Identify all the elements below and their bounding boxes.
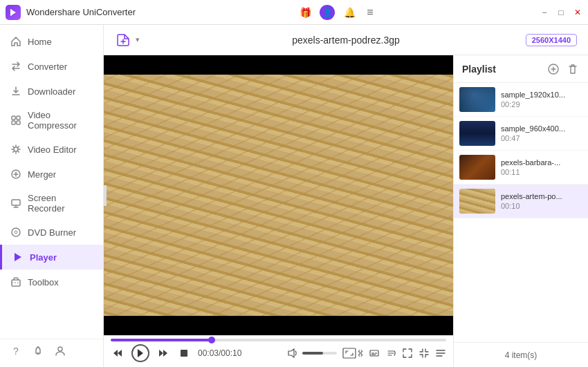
- video-editor-icon: [10, 143, 22, 156]
- playlist-thumb-1: [459, 87, 495, 112]
- video-black-bottom: [104, 316, 453, 335]
- controls-bar: 00:03/00:10: [104, 335, 453, 367]
- volume-fill: [302, 352, 323, 355]
- playlist-item-info-4: pexels-artem-po... 00:10: [501, 192, 582, 210]
- volume-slider[interactable]: [302, 352, 337, 355]
- sidebar-bottom: ?: [0, 339, 103, 363]
- playlist-item-info-3: pexels-barbara-... 00:11: [501, 158, 582, 176]
- sidebar-label-toolbox: Toolbox: [28, 277, 59, 288]
- user-icon[interactable]: [54, 345, 66, 357]
- sidebar-item-dvd-burner[interactable]: DVD Burner: [0, 220, 103, 245]
- help-icon[interactable]: ?: [10, 345, 22, 357]
- sidebar-item-video-compressor[interactable]: Video Compressor: [0, 104, 103, 137]
- collapse-playlist-button[interactable]: ‹: [104, 185, 107, 206]
- video-wrapper: ‹: [104, 55, 453, 367]
- svg-rect-2: [12, 116, 15, 120]
- video-thumbnail: [104, 55, 453, 335]
- titlebar-center-icons: 🎁 👤 🔔 ≡: [299, 5, 376, 20]
- fullscreen-icon[interactable]: [402, 348, 413, 359]
- fast-forward-button[interactable]: [156, 346, 170, 360]
- window-controls: − □ ✕: [540, 8, 582, 17]
- svg-marker-11: [15, 253, 21, 261]
- playlist-thumb-2: [459, 121, 495, 146]
- resolution-badge: 2560X1440: [526, 34, 577, 46]
- dropdown-arrow-icon[interactable]: ▾: [136, 35, 140, 44]
- sidebar-label-converter: Converter: [28, 62, 67, 72]
- progress-fill: [111, 339, 212, 341]
- svg-marker-21: [288, 349, 294, 357]
- sidebar-label-player: Player: [30, 252, 57, 263]
- svg-rect-8: [12, 200, 20, 205]
- svg-point-9: [12, 228, 20, 236]
- bell-icon[interactable]: 🔔: [343, 6, 356, 19]
- downloader-icon: [10, 85, 22, 97]
- subtitles-icon[interactable]: [369, 348, 380, 359]
- sidebar-label-video-compressor: Video Compressor: [28, 110, 93, 131]
- sidebar-item-home[interactable]: Home: [0, 29, 103, 54]
- dvd-burner-icon: [10, 226, 22, 238]
- controls-row: 00:03/00:10: [111, 344, 446, 362]
- playlist-add-button[interactable]: [546, 62, 560, 76]
- profile-icon[interactable]: 👤: [320, 5, 335, 20]
- playlist-item-active[interactable]: pexels-artem-po... 00:10: [454, 185, 588, 218]
- svg-marker-19: [163, 350, 167, 357]
- progress-thumb: [208, 337, 215, 344]
- sidebar-label-dvd-burner: DVD Burner: [28, 227, 76, 238]
- audio-icon[interactable]: [385, 348, 396, 359]
- playlist-item-duration-2: 00:47: [501, 134, 582, 142]
- sidebar-item-toolbox[interactable]: Toolbox: [0, 270, 103, 294]
- playlist-thumb-3: [459, 155, 495, 180]
- player-icon: [12, 251, 24, 263]
- minimize-button[interactable]: −: [540, 8, 549, 17]
- video-frame: [104, 55, 453, 335]
- volume-icon[interactable]: [287, 348, 298, 359]
- progress-track[interactable]: [111, 339, 446, 341]
- topbar: ▾ pexels-artem-podrez.3gp 2560X1440: [104, 25, 588, 55]
- close-button[interactable]: ✕: [573, 8, 582, 17]
- maximize-button[interactable]: □: [556, 8, 566, 17]
- gift-icon[interactable]: 🎁: [299, 6, 311, 19]
- svg-point-6: [14, 147, 18, 151]
- thumbnail-image-2: [459, 121, 495, 146]
- playlist-item-info-1: sample_1920x10... 00:29: [501, 91, 582, 109]
- sidebar: Home Converter Downloader: [0, 25, 104, 367]
- playlist-header: Playlist: [454, 55, 588, 83]
- add-media-button[interactable]: [115, 32, 131, 48]
- menu-icon[interactable]: ≡: [364, 6, 376, 19]
- sidebar-item-player[interactable]: Player: [0, 245, 103, 270]
- video-compressor-icon: [10, 114, 22, 126]
- toolbox-icon: [10, 276, 22, 288]
- playlist-item[interactable]: pexels-barbara-... 00:11: [454, 151, 588, 185]
- filename-label: pexels-artem-podrez.3gp: [292, 35, 400, 46]
- thumbnail-image-3: [459, 155, 495, 180]
- sidebar-item-screen-recorder[interactable]: Screen Recorder: [0, 187, 103, 220]
- playlist-title: Playlist: [462, 64, 496, 75]
- screen-recorder-icon: [10, 197, 22, 209]
- play-button[interactable]: [131, 344, 149, 362]
- playlist-item-name-4: pexels-artem-po...: [501, 192, 582, 200]
- playlist-toggle-icon[interactable]: [435, 348, 446, 359]
- stop-button[interactable]: [177, 346, 191, 360]
- sidebar-label-video-editor: Video Editor: [28, 144, 77, 155]
- playlist-delete-button[interactable]: [566, 62, 580, 76]
- shrink-icon[interactable]: [419, 348, 430, 359]
- titlebar-left: Wondershare UniConverter: [6, 5, 136, 20]
- playlist: Playlist: [453, 55, 588, 367]
- playlist-thumb-4: [459, 189, 495, 214]
- converter-icon: [10, 60, 22, 73]
- playlist-item[interactable]: sample_960x400... 00:47: [454, 117, 588, 151]
- playlist-item[interactable]: sample_1920x10... 00:29: [454, 83, 588, 117]
- sidebar-label-merger: Merger: [28, 169, 56, 180]
- svg-marker-18: [159, 350, 163, 357]
- notification-icon[interactable]: [32, 345, 44, 357]
- aspect-ratio-icon[interactable]: [342, 348, 363, 359]
- svg-point-14: [58, 347, 62, 351]
- app-title: Wondershare UniConverter: [26, 7, 136, 17]
- sidebar-label-home: Home: [28, 37, 52, 47]
- playlist-item-info-2: sample_960x400... 00:47: [501, 124, 582, 142]
- sidebar-item-merger[interactable]: Merger: [0, 162, 103, 187]
- sidebar-item-video-editor[interactable]: Video Editor: [0, 137, 103, 162]
- rewind-button[interactable]: [111, 346, 125, 360]
- sidebar-item-converter[interactable]: Converter: [0, 54, 103, 79]
- sidebar-item-downloader[interactable]: Downloader: [0, 79, 103, 104]
